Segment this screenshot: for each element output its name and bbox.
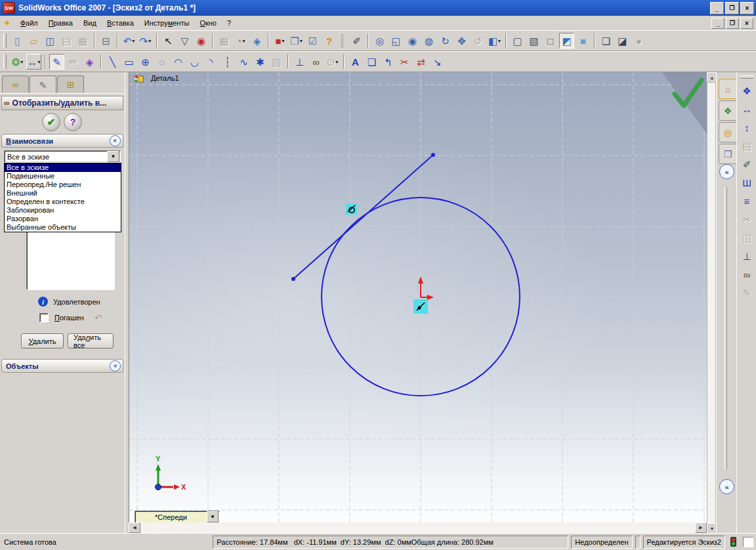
shaded-with-edges-icon[interactable]: ◩ [559, 33, 574, 49]
propertymanager-tab-icon[interactable]: ✎ [30, 75, 56, 94]
save-icon[interactable]: ◫ [43, 33, 58, 49]
pan-icon[interactable]: ✥ [454, 33, 469, 49]
coincident-relation-icon[interactable] [413, 299, 428, 314]
search-tab-icon[interactable]: ◎ [719, 122, 736, 142]
selection-filter-icon[interactable]: ▽ [177, 33, 192, 49]
make-assembly-icon[interactable]: ▦ [75, 33, 91, 49]
toolbar-grip[interactable] [3, 54, 7, 69]
zoom-in-out-icon[interactable]: ◉ [405, 33, 420, 49]
child-close-button[interactable]: × [740, 18, 753, 29]
rectangle-icon[interactable]: ▭ [121, 54, 136, 70]
filter-combobox[interactable]: Все в эскизе ▼ [4, 150, 121, 163]
shaded-icon[interactable]: ■ [576, 33, 591, 49]
suppressed-checkbox[interactable] [39, 313, 49, 322]
modify-icon[interactable]: ✎ [740, 285, 755, 301]
centerline-icon[interactable]: ┆ [220, 54, 235, 70]
expand-chevron-icon[interactable]: « [110, 360, 121, 371]
traffic-light-icon[interactable]: ◉ [194, 33, 209, 49]
palette-tab-icon[interactable]: ❒ [719, 144, 736, 164]
combobox-arrow-icon[interactable]: ▼ [207, 511, 219, 522]
realview-icon[interactable]: ● [631, 33, 646, 49]
menu-view[interactable]: Вид [78, 18, 102, 28]
quick-snaps-icon[interactable]: ⊙▾ [325, 54, 340, 70]
circle-icon[interactable]: ⊕ [138, 54, 153, 70]
sketch-icon[interactable]: ✎ [49, 54, 64, 70]
menu-tools[interactable]: Инструменты [139, 18, 195, 28]
vertical-scrollbar[interactable]: ▲ ▼ [707, 72, 716, 533]
section-view-icon[interactable]: ◪ [615, 33, 630, 49]
convert-entities-icon[interactable]: ❏ [364, 54, 379, 70]
centerpoint-arc-icon[interactable]: ◠ [171, 54, 186, 70]
filter-option[interactable]: Разорван [5, 215, 121, 223]
dimension-pen-icon[interactable]: ✐ [740, 156, 755, 172]
line-icon[interactable]: ╲ [105, 54, 120, 70]
hatch-icon[interactable]: ▨ [269, 54, 284, 70]
help-button[interactable]: ? [64, 113, 82, 131]
featuremanager-tab-icon[interactable]: ∞ [2, 75, 29, 93]
redo-icon[interactable]: ↷▾ [138, 33, 153, 49]
rotate-about-icon[interactable]: ↺ [471, 33, 486, 49]
horizontal-dimension-icon[interactable]: ↔ [740, 101, 755, 117]
extend-entities-icon[interactable]: ⇄ [413, 54, 429, 70]
task-pane-grip[interactable] [724, 187, 727, 469]
filter-option[interactable]: Определен в контексте [5, 198, 121, 206]
relations-section-header[interactable]: Взаимосвязи « [1, 134, 123, 148]
display-pane-icon[interactable]: ❐▾ [289, 33, 304, 49]
toolbar-grip[interactable] [740, 75, 753, 79]
minimize-button[interactable]: _ [710, 2, 724, 14]
options-icon[interactable]: ☑ [305, 33, 320, 49]
perpendicular-relation-icon[interactable]: ⊥ [740, 248, 755, 264]
vertical-dimension-icon[interactable]: ↕ [740, 119, 755, 135]
print-icon[interactable]: ⊟ [98, 33, 114, 49]
hidden-lines-visible-icon[interactable]: ▧ [526, 33, 541, 49]
ordinate-dimension-icon[interactable]: Ш [740, 175, 755, 190]
move-entities-icon[interactable]: ↘ [430, 54, 445, 70]
trim-entities-icon[interactable]: ✂ [397, 54, 412, 70]
menu-file[interactable]: Файл [15, 18, 43, 28]
close-button[interactable]: × [740, 2, 754, 14]
sketch-text-icon[interactable]: A [348, 54, 363, 70]
spline-icon[interactable]: ∿ [236, 54, 251, 70]
auto-dimension-icon[interactable]: ≡ [740, 193, 755, 209]
standard-views-icon[interactable]: ◧▾ [487, 33, 502, 49]
tree-item-label[interactable]: Деталь1 [151, 74, 179, 82]
exit-sketch-icon[interactable]: ❖ [740, 83, 755, 98]
child-minimize-button[interactable]: _ [711, 18, 724, 29]
scroll-right-icon[interactable]: ▶ [695, 522, 707, 533]
hidden-lines-removed-icon[interactable]: □ [543, 33, 558, 49]
menu-help[interactable]: ? [222, 18, 236, 28]
resources-tab-icon[interactable]: ❖ [719, 100, 736, 121]
sketch-3d-icon[interactable]: ✏ [66, 54, 81, 70]
new-document-icon[interactable]: ▯ [10, 33, 25, 49]
ok-button[interactable]: ✔ [42, 113, 60, 131]
task-pane-collapse-icon[interactable]: « [719, 479, 734, 494]
shadows-icon[interactable]: ❏ [598, 33, 614, 49]
solidworks-menu-icon[interactable]: ■▾ [272, 33, 287, 49]
smart-dimension-icon[interactable]: ↔▾ [26, 54, 41, 70]
trim-icon[interactable]: ✂ [740, 211, 755, 227]
menu-window[interactable]: Окно [194, 18, 222, 28]
undo-icon[interactable]: ↶ [94, 312, 102, 323]
appearance-icon[interactable]: ◈ [249, 33, 264, 49]
three-point-arc-icon[interactable]: ◝ [203, 54, 219, 70]
sketch-origin[interactable] [418, 276, 434, 300]
perimeter-circle-icon[interactable]: ◌ [154, 54, 169, 70]
task-pane-collapse-icon[interactable]: « [719, 164, 734, 179]
delete-button[interactable]: Удалить [21, 333, 64, 349]
filter-option[interactable]: Выбранные объекты [5, 223, 121, 232]
baseline-dimension-icon[interactable]: ▤ [740, 138, 755, 154]
status-checkbox[interactable] [743, 537, 753, 547]
add-relation-icon[interactable]: ⊥ [292, 54, 307, 70]
style-tool-icon[interactable]: ✐ [349, 33, 364, 49]
vertical-scroll-track[interactable] [707, 82, 716, 524]
open-icon[interactable]: ▱ [26, 33, 41, 49]
horizontal-scrollbar[interactable]: ◀ ▶ [129, 522, 707, 533]
rotate-view-icon[interactable]: ↻ [438, 33, 453, 49]
filter-option[interactable]: Заблокирован [5, 206, 121, 215]
filter-option[interactable]: Все в эскизе [5, 163, 121, 172]
configmanager-tab-icon[interactable]: ⊞ [57, 75, 84, 93]
point-icon[interactable]: ✱ [253, 54, 268, 70]
undo-icon[interactable]: ↶▾ [121, 33, 136, 49]
collapse-chevron-icon[interactable]: « [110, 135, 121, 146]
scroll-left-icon[interactable]: ◀ [129, 522, 140, 533]
